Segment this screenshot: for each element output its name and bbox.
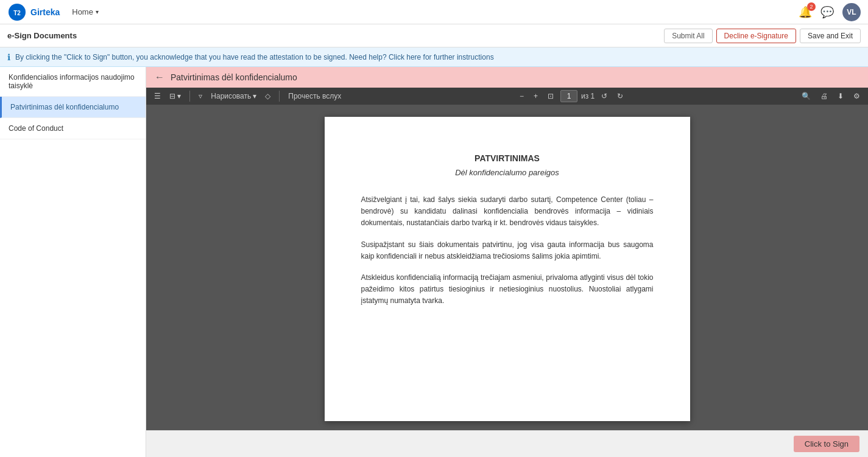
back-arrow-icon: ← — [155, 72, 164, 83]
pdf-page: PATVIRTINIMAS Dėl konfidencialumo pareig… — [325, 117, 690, 421]
toolbar-eraser-button[interactable]: ◇ — [262, 90, 273, 102]
chat-icon: 💬 — [820, 5, 834, 19]
toolbar-right-group: 🔍 🖨 ⬇ ⚙ — [799, 90, 863, 102]
toolbar-list-icon[interactable]: ☰ — [151, 90, 164, 102]
document-title-bar: ← Patvirtinimas dėl konfidencialumo — [146, 67, 868, 88]
toolbar-separator-2 — [279, 91, 280, 102]
rotate-right-button[interactable]: ↻ — [614, 90, 626, 102]
toolbar-separator-1 — [189, 91, 190, 102]
zoom-out-button[interactable]: − — [517, 90, 527, 102]
zoom-in-button[interactable]: + — [531, 90, 541, 102]
print-button[interactable]: 🖨 — [817, 90, 831, 102]
info-message: By clicking the "Click to Sign" button, … — [15, 53, 494, 61]
toolbar-draw-group: ▿ Нарисовать ▾ ◇ — [196, 90, 273, 102]
pdf-content-area[interactable]: PATVIRTINIMAS Dėl konfidencialumo pareig… — [146, 105, 868, 430]
download-button[interactable]: ⬇ — [834, 90, 847, 102]
sidebar-item-1[interactable]: Konfidencialios informacijos naudojimo t… — [0, 67, 146, 97]
esign-header: e-Sign Documents Submit All Decline e-Si… — [0, 24, 868, 47]
submit-all-button[interactable]: Submit All — [664, 29, 712, 43]
document-sidebar: Konfidencialios informacijos naudojimo t… — [0, 67, 146, 457]
nav-right-area: 🔔 2 💬 VL — [799, 3, 861, 21]
toolbar-view-group: ☰ ⊟ ▾ — [151, 90, 184, 102]
main-layout: Konfidencialios informacijos naudojimo t… — [0, 67, 868, 457]
sign-bar: Click to Sign — [146, 430, 868, 457]
save-and-exit-button[interactable]: Save and Exit — [800, 29, 861, 43]
sidebar-item-1-label: Konfidencialios informacijos naudojimo t… — [9, 73, 135, 90]
document-panel: ← Patvirtinimas dėl konfidencialumo ☰ ⊟ … — [146, 67, 868, 457]
draw-label: Нарисовать — [211, 92, 251, 100]
home-chevron-icon: ▾ — [96, 9, 99, 15]
notification-badge: 2 — [807, 2, 816, 11]
read-aloud-label: Прочесть вслух — [288, 92, 341, 100]
click-to-sign-button[interactable]: Click to Sign — [794, 436, 859, 452]
pdf-document-title: PATVIRTINIMAS — [361, 153, 654, 163]
search-toolbar-button[interactable]: 🔍 — [799, 90, 814, 102]
pdf-paragraph-2: Susipažįstant su šiais dokumentais patvi… — [361, 239, 654, 262]
logo-text: Girteka — [30, 7, 60, 17]
esign-actions: Submit All Decline e-Signature Save and … — [664, 29, 861, 43]
sidebar-item-3[interactable]: Code of Conduct — [0, 118, 146, 139]
toolbar-read-aloud-button[interactable]: Прочесть вслух — [285, 90, 344, 102]
settings-button[interactable]: ⚙ — [850, 90, 863, 102]
document-title: Patvirtinimas dėl konfidencialumo — [171, 72, 297, 82]
pdf-toolbar: ☰ ⊟ ▾ ▿ Нарисовать ▾ ◇ Прочесть вслух − … — [146, 88, 868, 105]
page-of-label: из 1 — [581, 92, 595, 100]
pdf-paragraph-3: Atskleidus konfidencialią informaciją tr… — [361, 272, 654, 307]
esign-title: e-Sign Documents — [7, 31, 664, 40]
toolbar-filter-button[interactable]: ⊟ ▾ — [166, 90, 184, 102]
home-nav-item[interactable]: Home ▾ — [72, 7, 99, 16]
info-icon: ℹ — [7, 52, 10, 62]
toolbar-draw-button[interactable]: Нарисовать ▾ — [208, 90, 259, 102]
home-label: Home — [72, 7, 93, 16]
rotate-left-button[interactable]: ↺ — [598, 90, 610, 102]
top-navigation: T2 Girteka Home ▾ 🔔 2 💬 VL — [0, 0, 868, 24]
sidebar-item-3-label: Code of Conduct — [9, 124, 63, 133]
chat-button[interactable]: 💬 — [820, 5, 834, 19]
page-number-input[interactable] — [560, 90, 577, 102]
fit-page-button[interactable]: ⊡ — [545, 90, 557, 102]
pdf-paragraph-1: Atsižvelgiant į tai, kad šalys siekia su… — [361, 194, 654, 229]
decline-esignature-button[interactable]: Decline e-Signature — [716, 29, 796, 43]
notifications-button[interactable]: 🔔 2 — [799, 5, 812, 19]
girteka-logo-icon: T2 — [7, 2, 27, 22]
user-avatar[interactable]: VL — [842, 3, 861, 21]
svg-text:T2: T2 — [13, 10, 21, 16]
info-bar: ℹ By clicking the "Click to Sign" button… — [0, 47, 868, 67]
back-button[interactable]: ← — [155, 72, 164, 83]
sidebar-item-2-label: Patvirtinimas dėl konfidencialumo — [10, 103, 119, 111]
toolbar-filter-icon[interactable]: ▿ — [196, 90, 205, 102]
pdf-document-subtitle: Dėl konfidencialumo pareigos — [361, 168, 654, 177]
logo-area: T2 Girteka — [7, 2, 60, 22]
page-controls: − + ⊡ из 1 ↺ ↻ — [517, 90, 626, 102]
draw-chevron-icon: ▾ — [253, 92, 256, 100]
sidebar-item-2[interactable]: Patvirtinimas dėl konfidencialumo — [0, 97, 146, 118]
